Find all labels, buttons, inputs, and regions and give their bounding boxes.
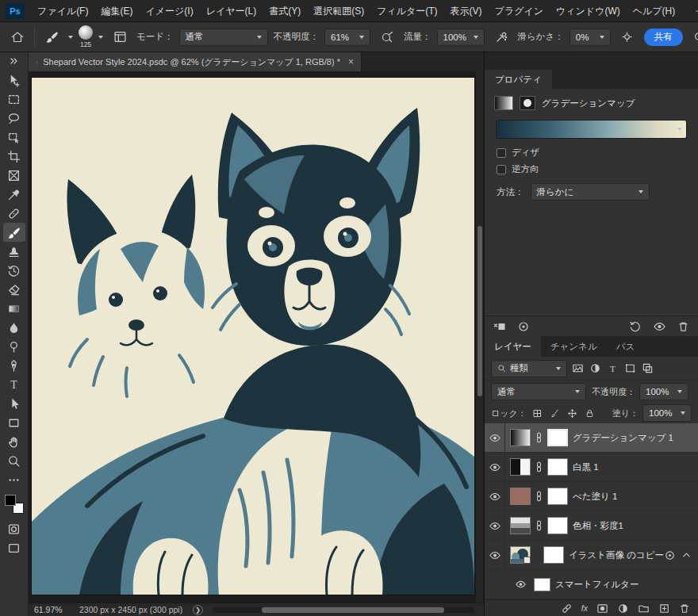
tab-layers[interactable]: レイヤー bbox=[485, 336, 541, 357]
filter-shape-layers-button[interactable] bbox=[623, 362, 637, 375]
method-select[interactable]: 滑らかに bbox=[531, 183, 650, 201]
horizontal-scrollbar[interactable] bbox=[213, 607, 474, 613]
horizontal-scrollbar-thumb[interactable] bbox=[262, 607, 444, 613]
layer-thumbnail[interactable] bbox=[510, 429, 531, 446]
tab-close-button[interactable]: × bbox=[348, 56, 354, 67]
layer-name[interactable]: グラデーションマップ 1 bbox=[573, 432, 673, 444]
tool-spot-healing-brush[interactable] bbox=[3, 204, 25, 223]
dither-checkbox[interactable] bbox=[497, 148, 506, 158]
tool-pen[interactable] bbox=[3, 356, 25, 375]
tool-history-brush[interactable] bbox=[3, 261, 25, 280]
reverse-checkbox[interactable] bbox=[497, 165, 506, 174]
smart-filter-label[interactable]: スマートフィルター bbox=[555, 579, 639, 591]
tab-channels[interactable]: チャンネル bbox=[541, 336, 607, 357]
screen-mode-button[interactable] bbox=[3, 538, 25, 557]
tool-gradient[interactable] bbox=[3, 299, 25, 318]
pressure-opacity-button[interactable] bbox=[376, 28, 398, 47]
smoothing-select[interactable]: 0% bbox=[570, 29, 611, 46]
layer-row-gradient-map[interactable]: グラデーションマップ 1 bbox=[485, 423, 698, 453]
tool-dodge[interactable] bbox=[3, 337, 25, 356]
layer-row-smart-object[interactable]: イラスト画像 のコピー bbox=[485, 541, 698, 570]
canvas-image[interactable] bbox=[32, 78, 474, 595]
visibility-toggle[interactable] bbox=[485, 453, 505, 481]
lock-transparency-button[interactable] bbox=[531, 407, 544, 419]
toolbar-more-button[interactable] bbox=[3, 470, 25, 489]
layer-mask-thumbnail[interactable] bbox=[547, 517, 568, 534]
tab-properties[interactable]: プロパティ bbox=[485, 70, 552, 89]
tool-eraser[interactable] bbox=[3, 280, 25, 299]
tool-clone-stamp[interactable] bbox=[3, 242, 25, 261]
tool-shape[interactable] bbox=[3, 413, 25, 432]
mask-x-icon[interactable] bbox=[493, 320, 506, 333]
vertical-scrollbar[interactable] bbox=[476, 71, 483, 603]
menu-edit[interactable]: 編集(E) bbox=[94, 0, 139, 22]
layer-effects-button[interactable]: fx bbox=[581, 603, 588, 613]
menu-view[interactable]: 表示(V) bbox=[444, 0, 489, 22]
toolbar-collapse-button[interactable] bbox=[10, 55, 19, 67]
smart-filter-row[interactable]: スマートフィルター bbox=[485, 570, 698, 599]
visibility-toggle[interactable] bbox=[512, 570, 529, 599]
tool-rectangular-marquee[interactable] bbox=[3, 90, 25, 109]
visibility-toggle[interactable] bbox=[485, 541, 505, 569]
quick-mask-button[interactable] bbox=[3, 519, 25, 538]
layer-thumbnail[interactable] bbox=[510, 517, 531, 534]
menu-select[interactable]: 選択範囲(S) bbox=[307, 0, 370, 22]
airbrush-button[interactable] bbox=[490, 28, 512, 47]
visibility-toggle[interactable] bbox=[485, 511, 505, 540]
smart-filter-toggle-icon[interactable] bbox=[664, 549, 676, 561]
layer-opacity-select[interactable]: 100% bbox=[639, 383, 688, 400]
layer-fill-select[interactable]: 100% bbox=[642, 404, 692, 422]
toggle-brush-settings-panel-button[interactable] bbox=[109, 28, 131, 47]
share-button[interactable]: 共有 bbox=[644, 29, 683, 46]
eye-icon[interactable] bbox=[653, 320, 666, 333]
menu-window[interactable]: ウィンドウ(W) bbox=[550, 0, 627, 22]
minimize-button[interactable] bbox=[681, 0, 698, 22]
zoom-level[interactable]: 61.97% bbox=[34, 605, 63, 614]
filter-smart-objects-button[interactable] bbox=[641, 362, 654, 375]
layer-mask-thumbnail[interactable] bbox=[547, 458, 568, 476]
flow-select[interactable]: 100% bbox=[437, 29, 485, 46]
tool-frame[interactable] bbox=[3, 166, 25, 185]
menu-file[interactable]: ファイル(F) bbox=[31, 0, 94, 22]
tool-path-selection[interactable] bbox=[3, 394, 25, 413]
visibility-toggle[interactable] bbox=[485, 423, 505, 452]
new-group-icon[interactable] bbox=[638, 603, 650, 614]
tool-move[interactable] bbox=[3, 71, 25, 90]
filter-adjustment-layers-button[interactable] bbox=[589, 362, 602, 375]
layer-row-solid-fill[interactable]: べた塗り 1 bbox=[485, 482, 698, 511]
vector-mask-thumbnail[interactable] bbox=[543, 546, 564, 564]
layer-thumbnail[interactable] bbox=[510, 546, 531, 564]
new-layer-icon[interactable] bbox=[658, 603, 670, 614]
layer-name[interactable]: 色相・彩度1 bbox=[573, 520, 623, 532]
tool-object-selection[interactable] bbox=[3, 128, 25, 147]
trash-icon[interactable] bbox=[677, 320, 689, 333]
tool-blur[interactable] bbox=[3, 318, 25, 337]
tool-lasso[interactable] bbox=[3, 109, 25, 128]
menu-layer[interactable]: レイヤー(L) bbox=[200, 0, 263, 22]
menu-image[interactable]: イメージ(I) bbox=[139, 0, 199, 22]
collapse-filters-chevron-icon[interactable] bbox=[682, 551, 691, 560]
menu-plugins[interactable]: プラグイン bbox=[489, 0, 550, 22]
filter-type-layers-button[interactable]: T bbox=[606, 362, 619, 375]
visibility-toggle[interactable] bbox=[485, 482, 505, 511]
layer-name[interactable]: イラスト画像 のコピー bbox=[569, 549, 664, 561]
layer-blend-mode-select[interactable]: 通常 bbox=[491, 383, 586, 400]
new-adjustment-layer-icon[interactable] bbox=[617, 603, 629, 614]
opacity-select[interactable]: 61% bbox=[324, 29, 370, 46]
vertical-scrollbar-thumb[interactable] bbox=[477, 226, 482, 396]
clip-to-layer-icon[interactable] bbox=[517, 320, 530, 333]
brush-tool-preset-icon-button[interactable] bbox=[40, 28, 63, 47]
reset-icon[interactable] bbox=[629, 320, 642, 333]
menu-help[interactable]: ヘルプ(H) bbox=[627, 0, 682, 22]
layer-row-hue-saturation[interactable]: 色相・彩度1 bbox=[485, 511, 698, 541]
lock-position-button[interactable] bbox=[566, 407, 579, 419]
brush-preset-picker[interactable]: 125 bbox=[79, 25, 93, 48]
layer-thumbnail[interactable] bbox=[510, 458, 531, 476]
tool-hand[interactable] bbox=[3, 432, 25, 451]
tool-crop[interactable] bbox=[3, 147, 25, 166]
layer-row-black-white[interactable]: 白黒 1 bbox=[485, 453, 698, 482]
smart-filter-mask-thumbnail[interactable] bbox=[534, 578, 550, 591]
layer-mask-thumbnail[interactable] bbox=[547, 488, 568, 505]
blend-mode-select[interactable]: 通常 bbox=[179, 29, 268, 46]
filter-pixel-layers-button[interactable] bbox=[571, 362, 585, 375]
